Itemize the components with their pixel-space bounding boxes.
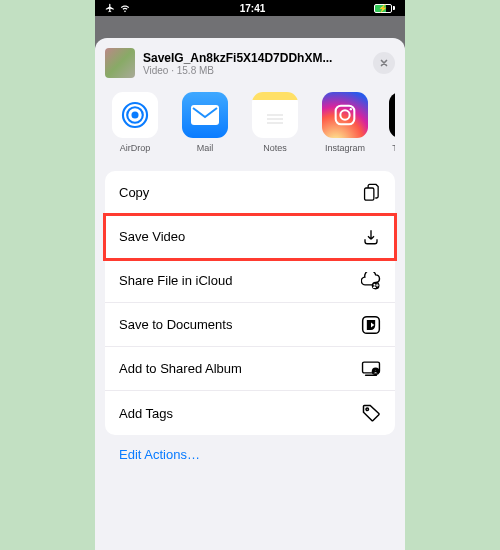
share-app-label: AirDrop	[120, 143, 151, 153]
svg-rect-3	[191, 105, 219, 125]
svg-rect-10	[365, 188, 374, 200]
svg-point-0	[131, 111, 138, 118]
action-label: Copy	[119, 185, 149, 200]
icloud-share-icon	[361, 271, 381, 291]
instagram-icon	[331, 101, 359, 129]
airdrop-icon	[118, 98, 152, 132]
close-button[interactable]	[373, 52, 395, 74]
file-header: SaveIG_An8kzFi5X14D7DDhXM... Video · 15.…	[105, 48, 395, 78]
action-save-video[interactable]: Save Video	[105, 215, 395, 259]
shared-album-icon	[361, 359, 381, 379]
action-label: Add to Shared Album	[119, 361, 242, 376]
share-app-notes[interactable]: Notes	[249, 92, 301, 153]
share-app-label: Instagram	[325, 143, 365, 153]
file-thumbnail	[105, 48, 135, 78]
share-app-label: Notes	[263, 143, 287, 153]
share-apps-row[interactable]: AirDrop Mail Notes	[105, 92, 395, 153]
action-add-tags[interactable]: Add Tags	[105, 391, 395, 435]
action-label: Save to Documents	[119, 317, 232, 332]
copy-icon	[361, 183, 381, 203]
svg-point-9	[350, 108, 352, 110]
action-copy[interactable]: Copy	[105, 171, 395, 215]
share-sheet: SaveIG_An8kzFi5X14D7DDhXM... Video · 15.…	[95, 38, 405, 550]
share-app-airdrop[interactable]: AirDrop	[109, 92, 161, 153]
notes-icon	[261, 101, 289, 129]
action-share-icloud[interactable]: Share File in iCloud	[105, 259, 395, 303]
share-app-label: Mail	[197, 143, 214, 153]
svg-point-18	[366, 408, 369, 411]
action-label: Save Video	[119, 229, 185, 244]
actions-list: Copy Save Video Share File in iCloud	[105, 171, 395, 435]
action-save-documents[interactable]: Save to Documents	[105, 303, 395, 347]
status-bar: 17:41 ⚡	[95, 0, 405, 16]
tag-icon	[361, 403, 381, 423]
action-shared-album[interactable]: Add to Shared Album	[105, 347, 395, 391]
wifi-icon	[119, 3, 131, 13]
close-icon	[379, 58, 389, 68]
documents-icon	[361, 315, 381, 335]
action-label: Add Tags	[119, 406, 173, 421]
phone-frame: 17:41 ⚡ SaveIG_An8kzFi5X14D7DDhXM... Vid…	[95, 0, 405, 550]
download-icon	[361, 227, 381, 247]
file-meta: Video · 15.8 MB	[143, 65, 365, 76]
svg-point-8	[340, 110, 349, 119]
battery-icon: ⚡	[374, 4, 395, 13]
share-app-instagram[interactable]: Instagram	[319, 92, 371, 153]
share-app-label: T	[392, 143, 395, 153]
status-time: 17:41	[240, 3, 266, 14]
sheet-backdrop: SaveIG_An8kzFi5X14D7DDhXM... Video · 15.…	[95, 16, 405, 550]
svg-point-12	[373, 283, 375, 285]
share-app-mail[interactable]: Mail	[179, 92, 231, 153]
share-app-more[interactable]: T	[389, 92, 395, 153]
file-name: SaveIG_An8kzFi5X14D7DDhXM...	[143, 51, 365, 65]
mail-icon	[191, 105, 219, 125]
edit-actions-link[interactable]: Edit Actions…	[105, 435, 395, 474]
action-label: Share File in iCloud	[119, 273, 232, 288]
airplane-mode-icon	[105, 3, 115, 13]
